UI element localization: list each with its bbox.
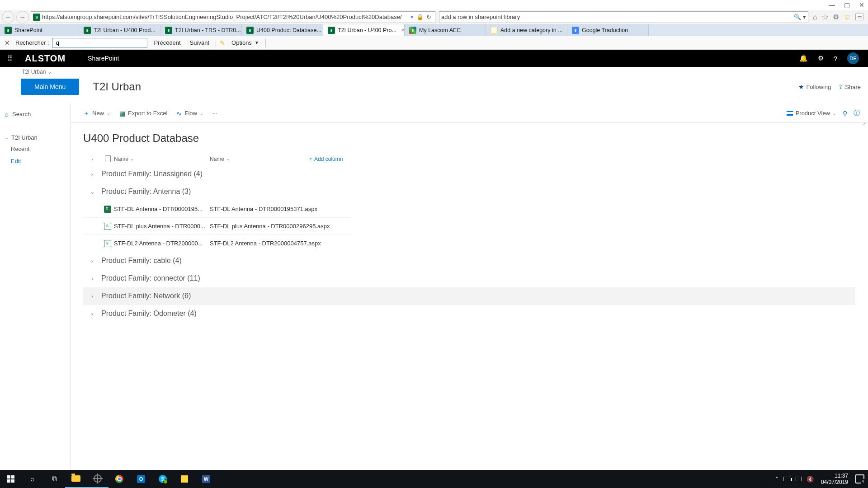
browser-search-field[interactable]: 🔍 ▾ xyxy=(439,11,808,23)
breadcrumb-chevron-icon[interactable]: ⌄ xyxy=(47,69,52,75)
dropdown-caret-icon[interactable]: ▾ xyxy=(410,14,414,20)
group-header[interactable]: ›Product Family: cable (4) xyxy=(83,252,855,270)
group-header[interactable]: ›Product Family: Odometer (4) xyxy=(83,305,855,323)
nav-forward-button[interactable]: → xyxy=(16,11,29,23)
browser-tab[interactable]: sAdd a new category in ... xyxy=(486,24,567,36)
info-icon[interactable]: ⓘ xyxy=(854,109,860,117)
browser-tab[interactable]: sT2I Urban - TRS - DTR0... xyxy=(160,24,242,36)
system-clock[interactable]: 11:37 04/07/2019 xyxy=(818,473,851,485)
sticky-notes-button[interactable] xyxy=(174,470,195,488)
chevron-right-icon[interactable]: › xyxy=(83,275,101,282)
group-header[interactable]: ›Product Family: Unassigned (4) xyxy=(83,165,855,183)
view-selector[interactable]: Product View⌄ xyxy=(787,110,836,117)
find-input[interactable] xyxy=(52,38,147,48)
list-item[interactable]: STF-DL Antenna - DTR0000195...STF-DL Ant… xyxy=(83,201,351,218)
action-center-button[interactable]: 4 xyxy=(855,474,864,483)
battery-icon[interactable] xyxy=(783,477,791,481)
scroll-up-icon[interactable]: ˄ xyxy=(861,123,868,132)
site-breadcrumb[interactable]: T2I Urban xyxy=(22,69,46,75)
feedback-icon[interactable]: ☺ xyxy=(844,13,851,21)
browser-tab[interactable]: sGoogle Traduction xyxy=(567,24,649,36)
chevron-right-icon[interactable]: › xyxy=(83,258,101,264)
browser-tab[interactable]: sT2I Urban - U400 Pro...× xyxy=(323,24,405,36)
skype-button[interactable]: S xyxy=(152,470,174,488)
input-icon[interactable] xyxy=(796,477,802,481)
browser-tab[interactable]: sT2I Urban - U400 Prod... xyxy=(79,24,160,36)
url-input[interactable] xyxy=(42,14,409,20)
left-search-button[interactable]: ⌕ Search xyxy=(5,108,66,122)
column-header-name[interactable]: Name⌄ xyxy=(114,156,210,162)
window-minimize-button[interactable]: — xyxy=(829,1,835,9)
header-expand-all[interactable]: › xyxy=(83,156,101,162)
group-header[interactable]: ›Product Family: Network (6) xyxy=(83,287,855,305)
cmd-flow-button[interactable]: ∿Flow⌄ xyxy=(172,110,208,117)
share-button[interactable]: ⇪ Share xyxy=(838,84,861,90)
user-avatar[interactable]: DE xyxy=(847,52,859,64)
suite-app-label[interactable]: SharePoint xyxy=(88,55,119,62)
browser-tab[interactable]: sMy Lascom AEC xyxy=(405,24,486,36)
add-column-button[interactable]: +Add column xyxy=(309,156,343,162)
window-maximize-button[interactable]: ▢ xyxy=(844,1,850,9)
chevron-right-icon[interactable]: › xyxy=(83,171,101,178)
taskbar-search-button[interactable]: ⌕ xyxy=(22,470,43,488)
find-close-button[interactable]: ✕ xyxy=(3,39,12,47)
browser-tab[interactable]: sU400 Product Database... xyxy=(242,24,323,36)
tab-favicon-icon: s xyxy=(5,27,12,34)
app-launcher-icon[interactable]: ⠿ xyxy=(4,54,16,63)
volume-icon[interactable]: 🔇 xyxy=(807,476,814,483)
notifications-icon[interactable]: 🔔 xyxy=(799,54,808,62)
tray-overflow-icon[interactable]: ˄ xyxy=(775,476,778,483)
list-item[interactable]: STF-DL2 Antenna - DTR200000...STF-DL2 An… xyxy=(83,235,351,252)
tab-close-button[interactable]: × xyxy=(401,27,405,33)
browser-search-input[interactable] xyxy=(441,14,794,20)
nav-recent[interactable]: Recent xyxy=(11,143,66,155)
nav-site-root[interactable]: ⌄ T2I Urban xyxy=(5,132,66,143)
address-field[interactable]: s ▾ 🔒 ↻ xyxy=(31,11,435,23)
search-icon[interactable]: 🔍 xyxy=(794,14,801,20)
tab-label: Add a new category in ... xyxy=(500,27,563,33)
column-header-name-2[interactable]: Name⌄ xyxy=(210,156,309,162)
chevron-right-icon[interactable]: › xyxy=(83,293,101,300)
group-header[interactable]: ›Product Family: connector (11) xyxy=(83,270,855,287)
file-explorer-button[interactable] xyxy=(65,470,87,488)
refresh-button[interactable]: ↻ xyxy=(426,14,431,20)
outlook-button[interactable]: O xyxy=(130,470,152,488)
search-dropdown-icon[interactable]: ▾ xyxy=(803,14,806,20)
taskview-button[interactable]: ⧉ xyxy=(43,470,65,488)
follow-button[interactable]: ★ Following xyxy=(798,83,831,90)
cmd-export-button[interactable]: ▦Export to Excel xyxy=(115,110,172,117)
cmd-more-button[interactable]: ··· xyxy=(208,110,222,117)
help-icon[interactable]: ? xyxy=(834,55,837,62)
word-button[interactable]: W xyxy=(195,470,217,488)
window-close-button[interactable]: ✕ xyxy=(859,1,864,9)
tab-label: SharePoint xyxy=(14,27,42,33)
home-icon[interactable]: ⌂ xyxy=(813,13,817,21)
browser-tab[interactable]: sSharePoint xyxy=(0,24,79,36)
item-filename: STF-DL Antenna - DTR0000195371.aspx xyxy=(210,206,351,212)
chrome-button[interactable] xyxy=(108,470,130,488)
group-header[interactable]: ⌄Product Family: Antenna (3) xyxy=(83,183,855,201)
divider xyxy=(216,38,216,47)
tab-label: T2I Urban - U400 Prod... xyxy=(94,27,156,33)
nav-edit-link[interactable]: Edit xyxy=(11,155,66,167)
highlight-icon[interactable]: ✎ xyxy=(220,39,225,47)
find-prev-button[interactable]: Précédent xyxy=(151,39,183,46)
reticle-icon xyxy=(94,474,102,483)
cmd-new-button[interactable]: ＋New⌄ xyxy=(79,109,115,117)
settings-icon[interactable]: ⚙ xyxy=(818,54,824,62)
main-menu-button[interactable]: Main Menu xyxy=(21,79,79,95)
tools-icon[interactable]: ⚙ xyxy=(833,13,839,21)
nav-back-button[interactable]: ← xyxy=(2,11,14,23)
start-button[interactable] xyxy=(0,470,22,488)
find-next-button[interactable]: Suivant xyxy=(187,39,212,46)
filter-icon[interactable]: ⚲ xyxy=(843,110,847,117)
find-options-button[interactable]: Options▼ xyxy=(229,39,262,46)
taskbar-app-reticle[interactable] xyxy=(87,470,108,488)
page-icon[interactable]: ▭ xyxy=(855,14,863,20)
sticky-icon xyxy=(181,475,188,483)
skype-icon: S xyxy=(159,475,167,483)
chevron-down-icon[interactable]: ⌄ xyxy=(83,188,101,195)
chevron-right-icon[interactable]: › xyxy=(83,310,101,317)
list-item[interactable]: STF-DL plus Antenna - DTR0000...STF-DL p… xyxy=(83,218,351,235)
favorite-icon[interactable]: ☆ xyxy=(822,13,828,21)
